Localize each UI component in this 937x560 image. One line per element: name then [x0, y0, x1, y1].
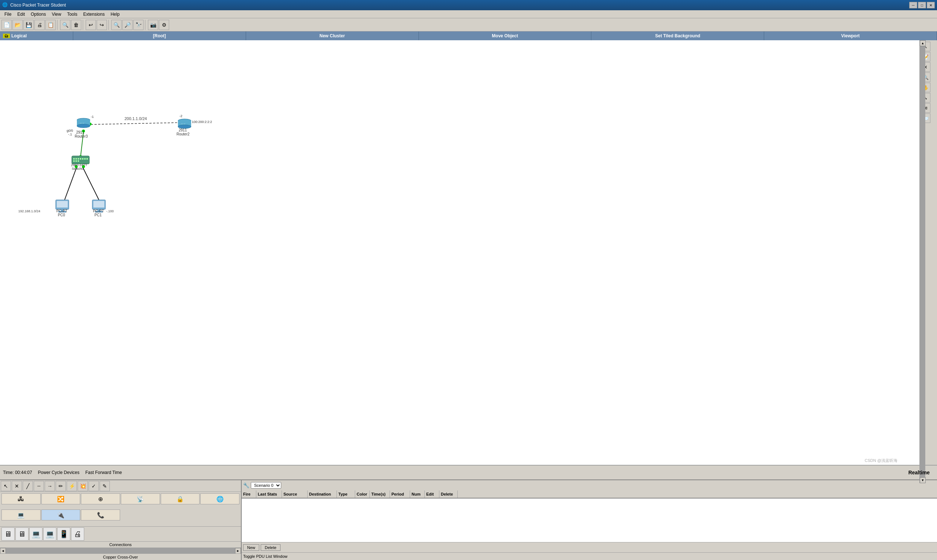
- router3-pos1: -1: [91, 115, 94, 118]
- scenario-new-button[interactable]: New: [243, 544, 259, 551]
- root-label[interactable]: [Root]: [73, 31, 246, 40]
- menu-item-extensions[interactable]: Extensions: [80, 11, 108, 18]
- switch0-label-top: 2960-24TT: [71, 163, 88, 167]
- scenario-table-header: Fire Last Stats Source Destination Type …: [242, 491, 937, 498]
- conn-check-button[interactable]: ✓: [89, 481, 99, 491]
- router2-addr: 100:200:2:2:2: [192, 120, 212, 124]
- scenario-delete-button[interactable]: Delete: [261, 544, 280, 551]
- col-edit: Edit: [425, 491, 439, 498]
- svg-rect-8: [72, 156, 89, 164]
- scenario-footer: New Delete: [242, 542, 937, 552]
- sub-device-1[interactable]: 🖥: [2, 528, 15, 541]
- conn-lightning-button[interactable]: ⚡: [67, 481, 77, 491]
- move-object-button[interactable]: Move Object: [419, 31, 592, 40]
- col-period: Period: [390, 491, 410, 498]
- menu-item-help[interactable]: Help: [108, 11, 123, 18]
- connections-label[interactable]: Connections: [0, 542, 241, 548]
- inspect-button[interactable]: 🔍: [60, 20, 70, 30]
- conn-pen-button[interactable]: ✏: [55, 481, 66, 491]
- device-phone[interactable]: 📞: [81, 509, 120, 520]
- fast-forward-button[interactable]: Fast Forward Time: [85, 470, 122, 475]
- scroll-track[interactable]: [920, 46, 925, 465]
- save-button[interactable]: 💾: [23, 20, 34, 30]
- link-label-200: 200.1.1.0/24: [125, 116, 147, 121]
- svg-rect-12: [80, 158, 81, 160]
- svg-rect-14: [84, 158, 86, 160]
- realtime-label: Realtime: [908, 469, 930, 475]
- activity-button[interactable]: 📋: [45, 20, 55, 30]
- separator-1: [57, 20, 59, 30]
- minimize-button[interactable]: ─: [909, 2, 917, 8]
- configure-button[interactable]: ⚙: [159, 20, 169, 30]
- close-button[interactable]: ✕: [927, 2, 935, 8]
- pc1-label-top: PC-PT: [93, 209, 104, 213]
- logical-label[interactable]: 🗂 Logical: [0, 31, 73, 40]
- device-switch[interactable]: 🔀: [42, 493, 80, 505]
- open-button[interactable]: 📂: [12, 20, 23, 30]
- menu-item-tools[interactable]: Tools: [64, 11, 80, 18]
- scenario-header: 🔧 Scenario 0 Scenario 1: [242, 480, 937, 491]
- zoom-reset-button[interactable]: 🔭: [133, 20, 143, 30]
- device-router[interactable]: 🖧: [2, 493, 41, 505]
- conn-pencil-button[interactable]: ✎: [100, 481, 110, 491]
- set-tiled-bg-button[interactable]: Set Tiled Background: [591, 31, 764, 40]
- viewport-button[interactable]: Viewport: [764, 31, 937, 40]
- conn-line-button[interactable]: ╱: [23, 481, 33, 491]
- toggle-pdu-button[interactable]: Toggle PDU List Window: [242, 552, 937, 560]
- separator-3: [108, 20, 110, 30]
- router3-icon[interactable]: →←: [77, 118, 90, 128]
- hscroll-left-arrow[interactable]: ◄: [0, 548, 6, 554]
- topology-svg: 200.1.1.0/24: [0, 40, 919, 465]
- delete-button[interactable]: 🗑: [71, 20, 81, 30]
- zoom-in-button[interactable]: 🔍: [111, 20, 122, 30]
- conn-delete-button[interactable]: ✕: [12, 481, 22, 491]
- conn-arrow-button[interactable]: →: [45, 481, 55, 491]
- menu-item-file[interactable]: File: [2, 11, 14, 18]
- switch0-icon[interactable]: [72, 156, 89, 164]
- conn-burst-button[interactable]: 💥: [78, 481, 88, 491]
- canvas-scrollbar: ▲ ▼: [919, 40, 925, 465]
- col-last-stats: Last Stats: [256, 491, 282, 498]
- hscroll-track[interactable]: [6, 548, 235, 554]
- print-button[interactable]: 🖨: [34, 20, 45, 30]
- canvas-area[interactable]: 200.1.1.0/24: [0, 40, 919, 465]
- snapshot-button[interactable]: 📷: [148, 20, 158, 30]
- svg-rect-18: [78, 160, 79, 162]
- menu-item-edit[interactable]: Edit: [14, 11, 28, 18]
- maximize-button[interactable]: □: [918, 2, 926, 8]
- switch0-label-bottom: Switch0: [72, 167, 83, 171]
- svg-rect-15: [86, 158, 88, 160]
- svg-rect-20: [57, 201, 68, 208]
- device-wireless[interactable]: 📡: [121, 493, 160, 505]
- device-pc[interactable]: 💻: [2, 509, 41, 520]
- svg-rect-16: [73, 160, 75, 162]
- conn-dashed-button[interactable]: ┄: [34, 481, 44, 491]
- sub-device-4[interactable]: 💻: [43, 528, 56, 541]
- device-conn[interactable]: 🔌: [42, 509, 80, 520]
- zoom-out-button[interactable]: 🔎: [122, 20, 133, 30]
- sub-device-5[interactable]: 📱: [57, 528, 70, 541]
- scroll-up-arrow[interactable]: ▲: [920, 40, 926, 46]
- device-wan[interactable]: 🌐: [200, 493, 239, 505]
- conn-select-button[interactable]: ↖: [1, 481, 11, 491]
- new-button[interactable]: 📄: [2, 20, 12, 30]
- power-cycle-button[interactable]: Power Cycle Devices: [38, 470, 79, 475]
- device-security[interactable]: 🔒: [161, 493, 200, 505]
- sub-device-2[interactable]: 🖥: [15, 528, 29, 541]
- menu-item-options[interactable]: Options: [28, 11, 49, 18]
- svg-rect-24: [93, 201, 104, 208]
- sub-device-6[interactable]: 🖨: [71, 528, 84, 541]
- time-display: Time: 00:44:07: [3, 470, 32, 475]
- router2-icon[interactable]: →←: [178, 119, 191, 128]
- undo-button[interactable]: ↩: [86, 20, 96, 30]
- redo-button[interactable]: ↪: [97, 20, 107, 30]
- device-hub[interactable]: ⊕: [81, 493, 120, 505]
- hscroll-right-arrow[interactable]: ►: [235, 548, 241, 554]
- new-cluster-button[interactable]: New Cluster: [246, 31, 419, 40]
- router3-g0: g0/0: [67, 129, 73, 132]
- scenario-dropdown[interactable]: Scenario 0 Scenario 1: [251, 482, 281, 489]
- menu-item-view[interactable]: View: [49, 11, 64, 18]
- sub-device-3[interactable]: 💻: [29, 528, 43, 541]
- bottom-scrollbar: ◄ ►: [0, 548, 241, 554]
- link-switch0-pc0: [64, 166, 77, 201]
